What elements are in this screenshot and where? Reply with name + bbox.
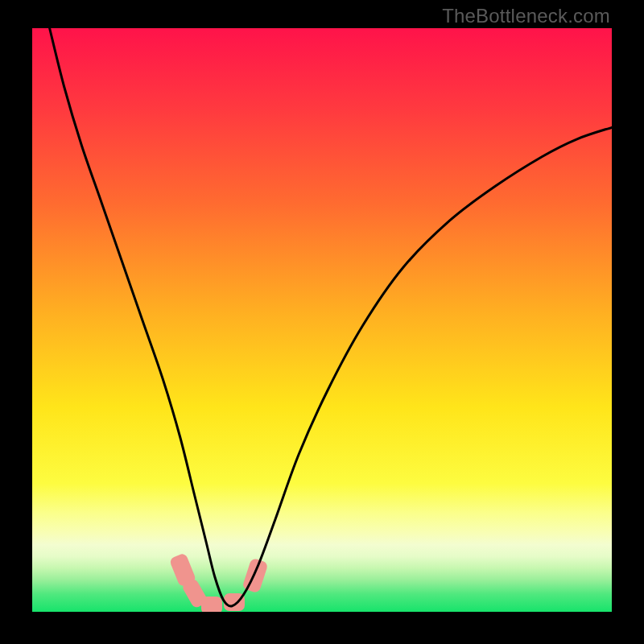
marker-blob [201,597,222,612]
bottleneck-curve [50,28,612,606]
chart-frame: TheBottleneck.com [0,0,644,644]
watermark-text: TheBottleneck.com [442,5,610,27]
marker-group [169,552,269,612]
curve-layer [32,28,612,612]
plot-area [32,28,612,612]
marker-blob [242,558,268,594]
